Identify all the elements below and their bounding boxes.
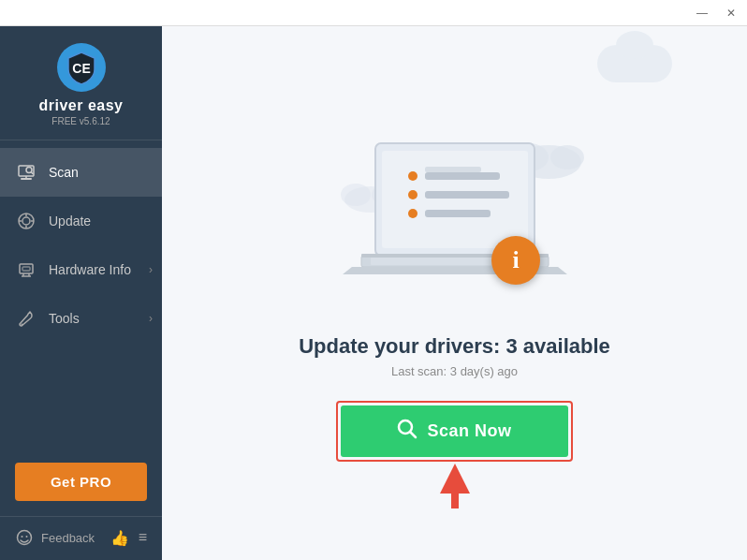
svg-line-5 xyxy=(32,172,34,174)
scan-btn-area: Scan Now xyxy=(336,401,572,462)
list-icon[interactable]: ≡ xyxy=(139,529,147,547)
tools-icon xyxy=(15,307,37,330)
svg-point-29 xyxy=(408,171,417,181)
svg-point-19 xyxy=(22,536,23,538)
sidebar-item-scan-label: Scan xyxy=(49,165,79,180)
sidebar-item-hardware-info-label: Hardware Info xyxy=(49,262,131,277)
arrow-indicator xyxy=(440,464,470,512)
minimize-button[interactable]: — xyxy=(693,5,711,22)
sidebar-item-tools[interactable]: Tools › xyxy=(0,294,162,343)
title-bar: — ✕ xyxy=(0,0,747,26)
sidebar-item-update-label: Update xyxy=(49,214,91,228)
svg-rect-31 xyxy=(425,167,481,172)
laptop-illustration: i xyxy=(324,125,586,316)
svg-rect-35 xyxy=(425,210,491,217)
tools-arrow-icon: › xyxy=(149,312,153,325)
scan-btn-wrapper: Scan Now xyxy=(336,401,572,462)
app-container: CE driver easy FREE v5.6.12 Scan xyxy=(0,26,747,560)
svg-text:i: i xyxy=(512,246,519,273)
svg-rect-30 xyxy=(425,172,500,180)
app-version: FREE v5.6.12 xyxy=(51,116,110,126)
sidebar-footer: Feedback 👍 ≡ xyxy=(0,516,162,560)
close-button[interactable]: ✕ xyxy=(723,5,740,22)
get-pro-button[interactable]: Get PRO xyxy=(15,463,147,501)
app-name: driver easy xyxy=(38,97,123,114)
svg-point-23 xyxy=(550,145,584,169)
svg-point-32 xyxy=(408,190,417,199)
svg-point-34 xyxy=(408,209,417,218)
search-icon xyxy=(397,419,417,444)
svg-point-20 xyxy=(26,536,28,538)
svg-point-17 xyxy=(22,324,23,326)
svg-text:CE: CE xyxy=(72,61,90,76)
sidebar-nav: Scan Update xyxy=(0,140,162,451)
cloud-decoration xyxy=(597,45,672,82)
sidebar-item-hardware-info[interactable]: Hardware Info › xyxy=(0,245,162,294)
feedback-label: Feedback xyxy=(41,531,95,545)
svg-rect-28 xyxy=(382,151,528,248)
main-title: Update your drivers: 3 available xyxy=(299,334,610,359)
logo-svg: CE xyxy=(65,51,98,84)
logo-icon: CE xyxy=(57,43,106,92)
scan-icon xyxy=(15,161,37,184)
sidebar-item-update[interactable]: Update xyxy=(0,197,162,245)
thumbs-up-icon[interactable]: 👍 xyxy=(110,529,129,547)
svg-rect-13 xyxy=(22,267,30,271)
footer-icons: 👍 ≡ xyxy=(110,529,147,547)
feedback-icon xyxy=(15,528,34,547)
svg-point-25 xyxy=(341,184,371,206)
sidebar-bottom: Get PRO xyxy=(0,451,162,516)
svg-rect-12 xyxy=(20,264,33,273)
scan-now-button[interactable]: Scan Now xyxy=(341,405,567,457)
hardware-info-arrow-icon: › xyxy=(149,263,153,276)
feedback-item[interactable]: Feedback xyxy=(15,528,95,547)
scan-now-label: Scan Now xyxy=(427,421,511,441)
sidebar: CE driver easy FREE v5.6.12 Scan xyxy=(0,26,162,560)
svg-rect-33 xyxy=(425,191,509,199)
sidebar-item-tools-label: Tools xyxy=(49,311,80,326)
update-icon xyxy=(15,210,37,232)
main-content: i Update your drivers: 3 available Last … xyxy=(162,26,747,560)
svg-point-7 xyxy=(22,217,30,225)
svg-marker-44 xyxy=(440,464,470,508)
main-subtitle: Last scan: 3 day(s) ago xyxy=(391,364,518,378)
sidebar-logo: CE driver easy FREE v5.6.12 xyxy=(0,26,162,140)
hardware-info-icon xyxy=(15,258,37,281)
svg-line-43 xyxy=(411,433,417,438)
sidebar-item-scan[interactable]: Scan xyxy=(0,148,162,197)
